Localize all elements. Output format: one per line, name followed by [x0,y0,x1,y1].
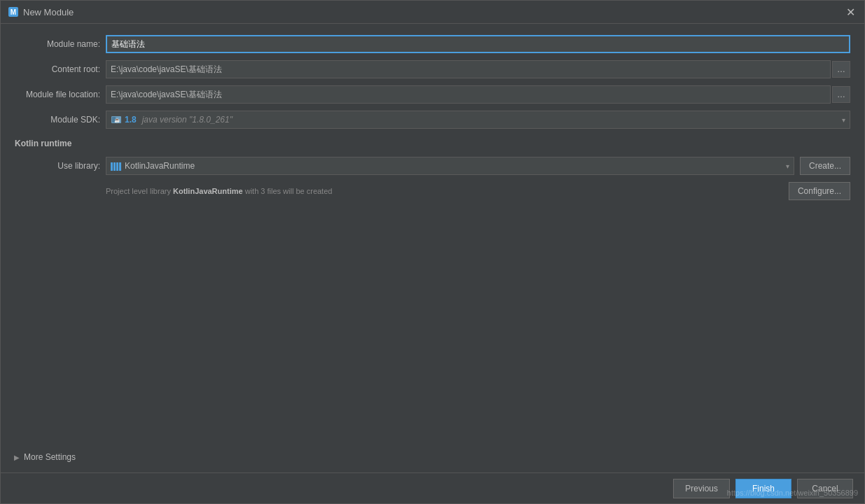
content-root-input[interactable] [106,60,831,78]
svg-rect-7 [116,162,118,171]
close-button[interactable]: ✕ [843,5,857,19]
module-file-location-field-wrapper: … [106,85,850,104]
create-button[interactable]: Create... [800,157,850,175]
browse-icon: … [837,64,845,74]
kotlin-library-icon [111,160,122,172]
dialog-footer: Previous Finish Cancel [1,472,864,503]
module-file-location-row: Module file location: … [15,85,850,104]
dialog-title: New Module [23,7,843,18]
library-select-wrapper: KotlinJavaRuntime ▾ [106,157,794,175]
library-dropdown-arrow: ▾ [786,162,789,170]
svg-text:M: M [11,8,16,16]
content-root-browse-button[interactable]: … [832,61,850,78]
configure-button[interactable]: Configure... [789,182,850,200]
browse-icon-2: … [837,90,845,99]
module-name-label: Module name: [15,39,106,49]
module-name-row: Module name: [15,35,850,53]
dialog-content: Module name: Content root: … Module file… [1,24,864,472]
library-display-content: KotlinJavaRuntime [111,160,195,172]
svg-rect-6 [113,162,116,171]
module-file-location-label: Module file location: [15,90,106,99]
module-name-input[interactable] [106,35,850,53]
sdk-text-wrapper: ☕ 1.8 java version "1.8.0_261" [111,114,842,125]
module-sdk-select[interactable]: ☕ 1.8 java version "1.8.0_261" ▾ [106,111,850,129]
content-root-row: Content root: … [15,60,850,78]
library-select[interactable]: KotlinJavaRuntime ▾ [106,157,794,175]
sdk-dropdown-arrow: ▾ [842,116,845,124]
info-suffix: with 3 files will be created [243,187,333,195]
module-sdk-label: Module SDK: [15,115,106,125]
svg-rect-8 [119,162,121,171]
svg-text:☕: ☕ [114,117,120,123]
svg-rect-5 [111,162,113,171]
info-library-name: KotlinJavaRuntime [173,187,243,195]
module-file-location-browse-button[interactable]: … [832,86,850,103]
module-file-location-input[interactable] [106,85,831,104]
info-prefix: Project level library [106,187,173,195]
content-root-label: Content root: [15,64,106,74]
module-sdk-row: Module SDK: ☕ 1.8 java version "1.8.0_26… [15,111,850,129]
more-settings-arrow-icon: ▶ [14,454,20,461]
more-settings-row[interactable]: ▶ More Settings [14,445,851,469]
info-row: Project level library KotlinJavaRuntime … [15,182,850,200]
kotlin-runtime-section: Kotlin runtime Use library: [15,139,850,200]
watermark: https://blog.csdn.net/weixin_50356899 [727,489,858,497]
new-module-dialog: M New Module ✕ Module name: Content root… [0,0,865,504]
library-name: KotlinJavaRuntime [125,161,195,171]
kotlin-runtime-header: Kotlin runtime [15,139,850,148]
content-root-field-wrapper: … [106,60,850,78]
more-settings-area: ▶ More Settings [1,445,864,469]
use-library-row: Use library: [15,157,850,175]
library-info-text: Project level library KotlinJavaRuntime … [106,187,332,195]
dialog-icon: M [8,6,19,18]
sdk-icon: ☕ [111,114,122,125]
title-bar: M New Module ✕ [1,1,864,24]
use-library-label: Use library: [15,161,106,171]
more-settings-label: More Settings [24,452,76,462]
previous-button[interactable]: Previous [673,479,730,498]
sdk-version-text: java version "1.8.0_261" [142,115,233,125]
sdk-version: 1.8 [125,115,137,125]
